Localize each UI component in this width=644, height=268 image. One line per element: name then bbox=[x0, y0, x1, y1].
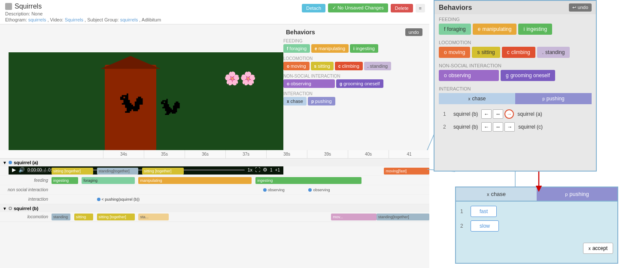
zoom-undo-button[interactable]: ↩ undo bbox=[569, 3, 592, 12]
ethogram-link[interactable]: squirrels bbox=[28, 17, 46, 22]
more-button[interactable]: ≡ bbox=[416, 4, 425, 12]
fast-modifier-button[interactable]: fast bbox=[471, 206, 497, 217]
row-2-arrows: ← ↔ → bbox=[481, 122, 515, 132]
zoom-climbing-btn[interactable]: c climbing bbox=[502, 47, 535, 58]
arrow-both-2[interactable]: ↔ bbox=[493, 122, 503, 132]
subject-a-row: ▼ squirrel (a) locomotion sitting [toget… bbox=[0, 159, 429, 205]
pushing-tab-label: pushing bbox=[547, 96, 565, 102]
pushing-button[interactable]: p pushing bbox=[308, 97, 335, 105]
row-num-2: 2 bbox=[443, 124, 450, 130]
zoom-grooming-btn[interactable]: g grooming oneself bbox=[501, 70, 555, 81]
ruler-41: 41 bbox=[389, 150, 429, 158]
mod-num-2: 2 bbox=[460, 223, 467, 229]
timeline-area: 34s 35s 36s 37s 38s 39s 40s 41 ▼ squirre… bbox=[0, 150, 429, 222]
modifier-options: 1 fast 2 slow bbox=[456, 202, 617, 239]
ethogram-label: Ethogram: bbox=[5, 17, 27, 22]
pushing-tab[interactable]: p pushing bbox=[515, 93, 592, 104]
event-standing-together[interactable]: standing[together] bbox=[97, 168, 139, 175]
detach-button[interactable]: Detach bbox=[302, 4, 325, 12]
saved-button: ✓ No Unsaved Changes bbox=[328, 3, 388, 12]
event-manipulating-1[interactable]: manipulating bbox=[138, 177, 252, 184]
event-foraging-1[interactable]: foraging bbox=[82, 177, 134, 184]
zoom-feeding-label: FEEDING bbox=[439, 17, 592, 22]
arrow-left-2[interactable]: ← bbox=[481, 122, 492, 132]
track-a-locomotion: locomotion sitting [together] standing[t… bbox=[0, 166, 429, 176]
b-mixed[interactable]: sta... bbox=[138, 214, 168, 220]
modifier-chase-tab[interactable]: x chase bbox=[456, 187, 537, 201]
locomotion-track-content: sitting [together] standing[together] si… bbox=[52, 166, 429, 175]
squirrel-graphic-1: 🐿 bbox=[118, 89, 144, 119]
zoom-moving-btn[interactable]: o moving bbox=[439, 47, 470, 58]
subject-a-header: ▼ squirrel (a) bbox=[0, 159, 429, 166]
arrow-left-1[interactable]: ← bbox=[481, 109, 492, 119]
nonsocial-track-content: observing observing bbox=[52, 185, 429, 194]
non-social-section: NON-SOCIAL INTERACTION o observing g gro… bbox=[283, 73, 425, 88]
b-sitting-1[interactable]: sitting bbox=[74, 214, 93, 220]
observing-dot-2: observing bbox=[308, 188, 330, 192]
ruler-36s: 36s bbox=[185, 150, 225, 158]
zoom-manipulating-btn[interactable]: e manipulating bbox=[473, 24, 517, 35]
climbing-button[interactable]: c climbing bbox=[335, 62, 363, 70]
chase-tab[interactable]: x chase bbox=[439, 93, 515, 104]
observing-dot-1: observing bbox=[263, 188, 285, 192]
zoom-panel-modifiers: x chase p pushing 1 fast 2 slow x accept bbox=[455, 187, 618, 264]
zoom-standing-btn[interactable]: . standing bbox=[537, 47, 570, 58]
event-sitting-together-1[interactable]: sitting [together] bbox=[52, 168, 93, 175]
ingesting-button[interactable]: i ingesting bbox=[350, 44, 378, 53]
zoom-foraging-btn[interactable]: f foraging bbox=[439, 24, 471, 35]
event-ingesting-2[interactable]: ingesting bbox=[255, 177, 361, 184]
ruler-38s: 38s bbox=[266, 150, 307, 158]
b-locomotion-label: locomotion bbox=[0, 214, 52, 219]
interaction-label: INTERACTION bbox=[283, 90, 425, 97]
b-sitting-2[interactable]: sitting [together] bbox=[97, 214, 135, 220]
zoom-interaction-section: INTERACTION x chase p pushing 1 squirrel… bbox=[434, 84, 596, 136]
header: Squirrels Description: None Ethogram: sq… bbox=[0, 0, 429, 24]
event-ingesting-1[interactable]: ingesting bbox=[52, 177, 78, 184]
ruler-37s: 37s bbox=[225, 150, 266, 158]
mod-option-slow: 2 slow bbox=[460, 220, 613, 232]
modifier-pushing-tab[interactable]: p pushing bbox=[537, 187, 617, 201]
feeding-buttons: f foraging e manipulating i ingesting bbox=[283, 44, 425, 53]
row-1-arrows: ← ↔ → bbox=[481, 109, 514, 119]
arrow-right-1-circle[interactable]: → bbox=[504, 109, 514, 119]
zoom-sitting-btn[interactable]: s sitting bbox=[472, 47, 500, 58]
zoom-panel-behaviors: Behaviors ↩ undo FEEDING f foraging e ma… bbox=[434, 0, 597, 172]
moving-button[interactable]: o moving bbox=[283, 62, 310, 70]
delete-button[interactable]: Delete bbox=[391, 4, 413, 12]
behaviors-header: Behaviors undo bbox=[283, 27, 425, 38]
b-standing-1[interactable]: standing bbox=[52, 214, 70, 220]
zoom-observing-btn[interactable]: o observing bbox=[439, 70, 499, 81]
event-sitting-together-2[interactable]: sitting [together] bbox=[142, 168, 184, 175]
non-social-buttons: o observing g grooming oneself bbox=[283, 79, 425, 88]
subject-b-name: squirrel (b) bbox=[14, 206, 38, 211]
app-icon bbox=[5, 3, 12, 10]
event-moving-fast[interactable]: moving[fast] bbox=[384, 168, 429, 175]
accept-key-label: x bbox=[589, 246, 591, 251]
video-link[interactable]: Squirrels bbox=[65, 17, 83, 22]
track-a-nonsocial: non social interaction observing observi… bbox=[0, 185, 429, 195]
arrow-svg bbox=[535, 172, 543, 193]
feeding-section: FEEDING f foraging e manipulating i inge… bbox=[283, 38, 425, 53]
ruler-40s: 40s bbox=[348, 150, 389, 158]
row-2-target: squirrel (c) bbox=[518, 124, 543, 130]
grooming-button[interactable]: g grooming oneself bbox=[336, 79, 383, 88]
slow-modifier-button[interactable]: slow bbox=[471, 220, 499, 232]
b-standing-together[interactable]: standing[together] bbox=[377, 214, 429, 220]
subject-group-link[interactable]: squirrels bbox=[120, 17, 138, 22]
undo-button[interactable]: undo bbox=[405, 28, 422, 36]
arrow-both-1[interactable]: ↔ bbox=[493, 109, 503, 119]
non-social-label: NON-SOCIAL INTERACTION bbox=[283, 73, 425, 79]
chase-key-icon: x bbox=[468, 96, 470, 101]
foraging-button[interactable]: f foraging bbox=[283, 44, 310, 53]
chase-button[interactable]: x chase bbox=[283, 97, 307, 105]
arrow-right-2[interactable]: → bbox=[504, 122, 515, 132]
zoom-ingesting-btn[interactable]: i ingesting bbox=[518, 24, 552, 35]
ruler-39s: 39s bbox=[307, 150, 348, 158]
standing-button[interactable]: . standing bbox=[364, 62, 391, 70]
zoom-locomotion-buttons: o moving s sitting c climbing . standing bbox=[439, 47, 592, 58]
accept-button[interactable]: x accept bbox=[583, 243, 613, 254]
sitting-button[interactable]: s sitting bbox=[311, 62, 334, 70]
b-self[interactable]: mov... bbox=[331, 214, 377, 220]
manipulating-button[interactable]: e manipulating bbox=[311, 44, 349, 53]
observing-button[interactable]: o observing bbox=[283, 79, 335, 88]
